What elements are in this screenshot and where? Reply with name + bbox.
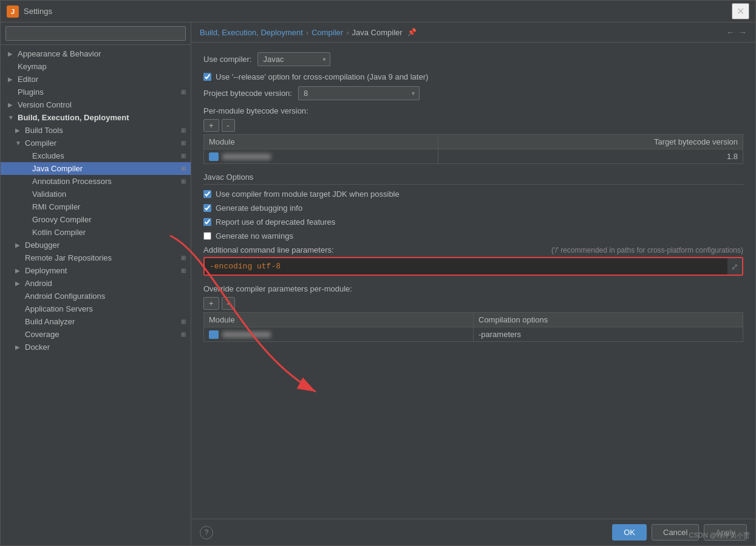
help-button[interactable]: ? xyxy=(200,526,213,539)
tree-arrow-docker: ▶ xyxy=(15,344,22,350)
opt1-checkbox[interactable] xyxy=(203,190,211,198)
per-module-toolbar: + - xyxy=(203,119,743,132)
release-option-checkbox[interactable] xyxy=(203,73,211,81)
ok-button[interactable]: OK xyxy=(612,524,647,541)
sidebar-item-coverage[interactable]: Coverage⊞ xyxy=(1,328,191,341)
sidebar-item-label-java-compiler: Java Compiler xyxy=(32,164,179,173)
sidebar-item-docker[interactable]: ▶Docker xyxy=(1,341,191,353)
sidebar-item-validation[interactable]: Validation xyxy=(1,188,191,200)
cmd-params-input[interactable] xyxy=(205,258,727,275)
use-compiler-label: Use compiler: xyxy=(203,55,251,64)
sidebar-item-kotlin-compiler[interactable]: Kotlin Compiler xyxy=(1,226,191,239)
opt2-label: Generate debugging info xyxy=(216,203,302,213)
sidebar-item-label-build-analyzer: Build Analyzer xyxy=(25,317,179,326)
module-name-blurred xyxy=(222,154,271,160)
search-bar xyxy=(1,22,191,45)
sidebar-item-label-plugins: Plugins xyxy=(18,87,179,97)
sidebar-item-android[interactable]: ▶Android xyxy=(1,277,191,290)
tree-arrow-debugger: ▶ xyxy=(15,242,22,248)
breadcrumb-part2[interactable]: Compiler xyxy=(312,28,343,37)
sidebar-item-label-build-exec: Build, Execution, Deployment xyxy=(18,113,186,122)
pin-icon: 📌 xyxy=(407,28,417,36)
override-options-cell: -parameters xyxy=(474,327,743,342)
sidebar-item-debugger[interactable]: ▶Debugger xyxy=(1,239,191,251)
javac-options-section: Javac Options Use compiler from module t… xyxy=(203,172,743,241)
bytecode-version-select[interactable]: 891011 xyxy=(298,86,420,100)
sidebar-item-deployment[interactable]: ▶Deployment⊞ xyxy=(1,264,191,277)
override-table-row: -parameters xyxy=(204,327,743,342)
tree-arrow-android: ▶ xyxy=(15,280,22,287)
sidebar-item-build-analyzer[interactable]: Build Analyzer⊞ xyxy=(1,315,191,328)
title-bar: J Settings ✕ xyxy=(1,1,755,22)
sidebar-item-app-servers[interactable]: Application Servers xyxy=(1,302,191,315)
override-remove-button[interactable]: - xyxy=(222,297,235,310)
sidebar-item-label-groovy-compiler: Groovy Compiler xyxy=(32,215,186,224)
override-col-options: Compilation options xyxy=(474,313,743,327)
table-version-cell: 1.8 xyxy=(438,149,743,164)
opt2-row: Generate debugging info xyxy=(203,203,743,213)
sidebar-item-label-remote-jar: Remote Jar Repositories xyxy=(25,253,179,262)
sidebar-item-label-coverage: Coverage xyxy=(25,330,179,339)
sidebar-item-appearance[interactable]: ▶Appearance & Behavior xyxy=(1,47,191,60)
sidebar-item-editor[interactable]: ▶Editor xyxy=(1,73,191,86)
ext-icon-compiler: ⊞ xyxy=(181,140,186,146)
ext-icon-coverage: ⊞ xyxy=(181,331,186,338)
nav-arrows: ← → xyxy=(726,27,747,37)
bytecode-version-row: Project bytecode version: 891011 xyxy=(203,86,743,100)
sidebar-item-excludes[interactable]: Excludes⊞ xyxy=(1,149,191,162)
sidebar-item-label-android: Android xyxy=(25,279,186,288)
sidebar-item-label-annotation-processors: Annotation Processors xyxy=(32,177,179,186)
sidebar-item-groovy-compiler[interactable]: Groovy Compiler xyxy=(1,213,191,226)
search-input[interactable] xyxy=(5,26,186,41)
close-button[interactable]: ✕ xyxy=(732,3,749,19)
cmd-expand-button[interactable]: ⤢ xyxy=(727,259,742,274)
right-panel: Build, Execution, Deployment › Compiler … xyxy=(191,22,755,545)
sidebar-item-remote-jar[interactable]: Remote Jar Repositories⊞ xyxy=(1,251,191,264)
opt3-checkbox[interactable] xyxy=(203,218,211,226)
sidebar-item-label-app-servers: Application Servers xyxy=(25,304,186,313)
sidebar-item-label-build-tools: Build Tools xyxy=(25,126,179,135)
per-module-table: Module Target bytecode version xyxy=(203,134,743,164)
watermark: CSDN @程序员小贾 xyxy=(689,531,750,540)
table-module-cell xyxy=(204,149,438,164)
settings-dialog: J Settings ✕ ▶Appearance & BehaviorKeyma… xyxy=(0,0,756,546)
opt4-checkbox[interactable] xyxy=(203,232,211,240)
table-row: 1.8 xyxy=(204,149,743,164)
sidebar-item-plugins[interactable]: Plugins⊞ xyxy=(1,86,191,98)
cmd-params-area: Additional command line parameters: ('/'… xyxy=(203,245,743,276)
forward-arrow[interactable]: → xyxy=(738,27,747,37)
opt2-checkbox[interactable] xyxy=(203,204,211,212)
sidebar-item-version-control[interactable]: ▶Version Control xyxy=(1,98,191,111)
release-option-label: Use '--release' option for cross-compila… xyxy=(216,72,428,81)
sidebar: ▶Appearance & BehaviorKeymap▶EditorPlugi… xyxy=(1,22,191,545)
per-module-add-button[interactable]: + xyxy=(203,119,219,132)
tree-arrow-deployment: ▶ xyxy=(15,267,22,274)
override-module-cell xyxy=(204,327,474,342)
window-title: Settings xyxy=(24,7,732,16)
tree-arrow-compiler: ▼ xyxy=(15,140,22,146)
tree-arrow-build-exec: ▼ xyxy=(8,114,15,121)
back-arrow[interactable]: ← xyxy=(726,27,735,37)
override-module-name-blurred xyxy=(222,332,271,338)
sidebar-item-label-compiler: Compiler xyxy=(25,138,179,148)
override-add-button[interactable]: + xyxy=(203,297,219,310)
tree-arrow-version-control: ▶ xyxy=(8,101,15,108)
sidebar-item-compiler[interactable]: ▼Compiler⊞ xyxy=(1,137,191,149)
breadcrumb-sep2: › xyxy=(346,28,349,37)
use-compiler-select-wrapper: Javac Eclipse Ajc xyxy=(257,52,330,66)
override-label-row: Override compiler parameters per-module: xyxy=(203,284,743,293)
sidebar-item-label-android-configs: Android Configurations xyxy=(25,292,186,301)
sidebar-item-keymap[interactable]: Keymap xyxy=(1,60,191,73)
per-module-remove-button[interactable]: - xyxy=(222,119,235,132)
use-compiler-select[interactable]: Javac Eclipse Ajc xyxy=(257,52,330,66)
cmd-label-row: Additional command line parameters: ('/'… xyxy=(203,245,743,254)
override-section: Override compiler parameters per-module:… xyxy=(203,284,743,342)
sidebar-item-build-tools[interactable]: ▶Build Tools⊞ xyxy=(1,124,191,137)
sidebar-item-annotation-processors[interactable]: Annotation Processors⊞ xyxy=(1,175,191,188)
override-col-module: Module xyxy=(204,313,474,327)
breadcrumb-part1[interactable]: Build, Execution, Deployment xyxy=(200,28,303,37)
sidebar-item-java-compiler[interactable]: Java Compiler⊞ xyxy=(1,162,191,175)
sidebar-item-rmi-compiler[interactable]: RMI Compiler xyxy=(1,200,191,213)
sidebar-item-android-configs[interactable]: Android Configurations xyxy=(1,290,191,302)
sidebar-item-build-exec[interactable]: ▼Build, Execution, Deployment xyxy=(1,111,191,124)
